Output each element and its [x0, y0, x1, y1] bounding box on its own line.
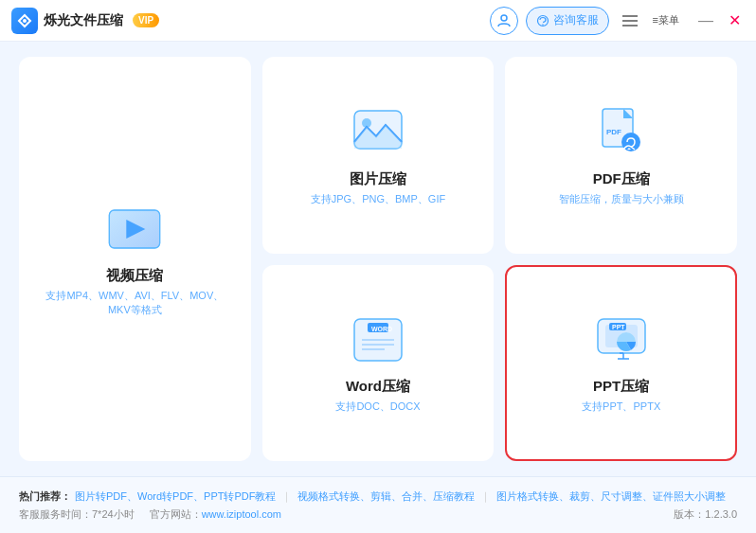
pdf-icon: PDF: [593, 104, 650, 161]
video-icon: [106, 201, 163, 258]
pdf-card-subtitle: 智能压缩，质量与大小兼顾: [559, 192, 684, 206]
svg-text:PPT: PPT: [612, 324, 625, 330]
bottom-bar: 热门推荐： 图片转PDF、Word转PDF、PPT转PDF教程 ｜ 视频格式转换…: [0, 476, 756, 533]
ppt-card[interactable]: PPT PPT压缩 支持PPT、PPTX: [505, 265, 737, 462]
service-label: 咨询客服: [553, 12, 599, 28]
menu-button[interactable]: [617, 13, 643, 28]
svg-point-0: [23, 19, 27, 23]
image-card-title: 图片压缩: [350, 170, 406, 188]
hot-link-2[interactable]: 视频格式转换、剪辑、合并、压缩教程: [297, 489, 475, 504]
svg-text:WORD: WORD: [371, 326, 392, 332]
ppt-card-title: PPT压缩: [593, 378, 649, 396]
image-card[interactable]: 图片压缩 支持JPG、PNG、BMP、GIF: [262, 57, 495, 254]
hot-recommend: 热门推荐： 图片转PDF、Word转PDF、PPT转PDF教程 ｜ 视频格式转换…: [19, 489, 737, 504]
main-content: 视频压缩 支持MP4、WMV、AVI、FLV、MOV、MKV等格式 图片压缩 支…: [0, 42, 756, 476]
hot-link-1[interactable]: 图片转PDF、Word转PDF、PPT转PDF教程: [75, 489, 276, 504]
version-label: 版本：1.2.3.0: [674, 507, 737, 522]
image-card-subtitle: 支持JPG、PNG、BMP、GIF: [311, 192, 445, 206]
video-card-subtitle: 支持MP4、WMV、AVI、FLV、MOV、MKV等格式: [36, 289, 234, 317]
svg-point-1: [501, 15, 507, 21]
service-button[interactable]: 咨询客服: [526, 7, 609, 35]
service-hours: 客服服务时间：7*24小时: [19, 507, 135, 522]
hot-link-3[interactable]: 图片格式转换、裁剪、尺寸调整、证件照大小调整: [496, 489, 726, 504]
website-label: 官方网站：www.iziptool.com: [150, 507, 281, 522]
user-button[interactable]: [490, 7, 518, 35]
title-bar-actions: 咨询客服 ≡菜单 — ✕: [490, 7, 745, 35]
title-bar: 烁光文件压缩 VIP 咨询客服 ≡菜单 — ✕: [0, 0, 756, 42]
ppt-card-subtitle: 支持PPT、PPTX: [582, 400, 660, 414]
logo-icon: [11, 8, 38, 34]
app-logo: 烁光文件压缩 VIP: [11, 8, 159, 34]
svg-text:PDF: PDF: [606, 128, 621, 136]
svg-point-3: [542, 24, 544, 26]
word-card-title: Word压缩: [346, 378, 410, 396]
minimize-button[interactable]: —: [694, 12, 717, 29]
website-link[interactable]: www.iziptool.com: [202, 508, 281, 520]
video-card-title: 视频压缩: [106, 267, 163, 285]
close-button[interactable]: ✕: [725, 11, 745, 29]
video-card[interactable]: 视频压缩 支持MP4、WMV、AVI、FLV、MOV、MKV等格式: [19, 57, 251, 461]
word-card[interactable]: WORD Word压缩 支持DOC、DOCX: [262, 265, 495, 462]
word-card-subtitle: 支持DOC、DOCX: [335, 400, 420, 414]
menu-label[interactable]: ≡菜单: [653, 13, 679, 27]
pdf-card[interactable]: PDF PDF压缩 智能压缩，质量与大小兼顾: [505, 57, 737, 254]
vip-badge: VIP: [133, 13, 159, 27]
image-icon: [350, 104, 406, 161]
app-title: 烁光文件压缩: [44, 12, 123, 29]
bottom-info: 客服服务时间：7*24小时 官方网站：www.iziptool.com 版本：1…: [19, 507, 737, 522]
ppt-icon: PPT: [593, 311, 650, 368]
word-icon: WORD: [350, 311, 406, 368]
hot-label: 热门推荐：: [19, 489, 71, 504]
pdf-card-title: PDF压缩: [593, 170, 650, 188]
